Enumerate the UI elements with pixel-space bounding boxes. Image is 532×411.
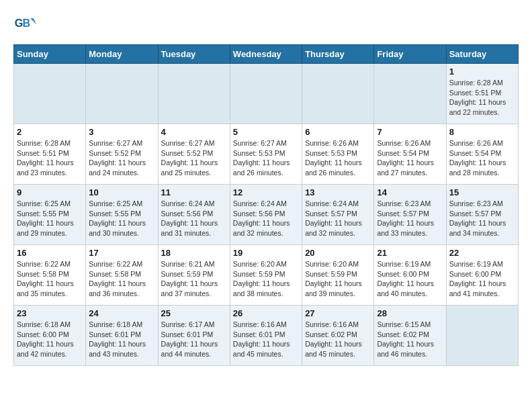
day-info: Sunrise: 6:27 AM Sunset: 5:52 PM Dayligh… (161, 138, 227, 178)
day-info: Sunrise: 6:23 AM Sunset: 5:57 PM Dayligh… (377, 199, 443, 238)
day-info: Sunrise: 6:23 AM Sunset: 5:57 PM Dayligh… (449, 199, 515, 238)
day-info: Sunrise: 6:19 AM Sunset: 6:00 PM Dayligh… (449, 259, 515, 299)
day-info: Sunrise: 6:24 AM Sunset: 5:56 PM Dayligh… (161, 199, 227, 238)
day-info: Sunrise: 6:19 AM Sunset: 6:00 PM Dayligh… (377, 259, 443, 299)
day-number: 16 (17, 248, 83, 258)
calendar-day-header: Saturday (446, 45, 518, 64)
calendar-day-cell: 25Sunrise: 6:17 AM Sunset: 6:01 PM Dayli… (158, 306, 230, 366)
day-info: Sunrise: 6:22 AM Sunset: 5:58 PM Dayligh… (89, 259, 154, 299)
day-number: 28 (377, 308, 443, 318)
calendar-week-row: 23Sunrise: 6:18 AM Sunset: 6:00 PM Dayli… (14, 306, 519, 366)
page-header: G B (13, 13, 519, 38)
day-number: 22 (449, 248, 515, 258)
day-number: 21 (377, 248, 443, 258)
day-number: 13 (305, 187, 371, 197)
day-number: 18 (161, 248, 227, 258)
calendar-day-cell: 24Sunrise: 6:18 AM Sunset: 6:01 PM Dayli… (86, 306, 158, 366)
day-number: 11 (161, 187, 227, 197)
logo-icon: G B (13, 13, 38, 38)
calendar-day-cell: 17Sunrise: 6:22 AM Sunset: 5:58 PM Dayli… (86, 245, 158, 306)
day-number: 19 (233, 248, 299, 258)
day-info: Sunrise: 6:28 AM Sunset: 5:51 PM Dayligh… (449, 78, 515, 118)
calendar-day-cell: 15Sunrise: 6:23 AM Sunset: 5:57 PM Dayli… (446, 185, 518, 245)
day-number: 24 (89, 308, 154, 318)
calendar-day-cell: 23Sunrise: 6:18 AM Sunset: 6:00 PM Dayli… (14, 306, 86, 366)
calendar-day-cell: 27Sunrise: 6:16 AM Sunset: 6:02 PM Dayli… (302, 306, 374, 366)
day-info: Sunrise: 6:26 AM Sunset: 5:54 PM Dayligh… (377, 138, 443, 178)
day-number: 14 (377, 187, 443, 197)
calendar-table: SundayMondayTuesdayWednesdayThursdayFrid… (13, 44, 519, 366)
calendar-day-cell: 26Sunrise: 6:16 AM Sunset: 6:01 PM Dayli… (230, 306, 302, 366)
day-number: 10 (89, 187, 154, 197)
calendar-week-row: 1Sunrise: 6:28 AM Sunset: 5:51 PM Daylig… (14, 64, 519, 124)
day-number: 23 (17, 308, 83, 318)
calendar-day-cell: 5Sunrise: 6:27 AM Sunset: 5:53 PM Daylig… (230, 124, 302, 185)
day-info: Sunrise: 6:16 AM Sunset: 6:01 PM Dayligh… (233, 320, 299, 359)
calendar-week-row: 2Sunrise: 6:28 AM Sunset: 5:51 PM Daylig… (14, 124, 519, 185)
day-number: 8 (449, 127, 515, 137)
calendar-day-cell: 20Sunrise: 6:20 AM Sunset: 5:59 PM Dayli… (302, 245, 374, 306)
calendar-day-header: Thursday (302, 45, 374, 64)
calendar-empty-cell (374, 64, 446, 124)
day-number: 26 (233, 308, 299, 318)
calendar-empty-cell (230, 64, 302, 124)
calendar-day-cell: 4Sunrise: 6:27 AM Sunset: 5:52 PM Daylig… (158, 124, 230, 185)
calendar-day-cell: 10Sunrise: 6:25 AM Sunset: 5:55 PM Dayli… (86, 185, 158, 245)
day-number: 3 (89, 127, 154, 137)
calendar-day-cell: 2Sunrise: 6:28 AM Sunset: 5:51 PM Daylig… (14, 124, 86, 185)
calendar-day-cell: 1Sunrise: 6:28 AM Sunset: 5:51 PM Daylig… (446, 64, 518, 124)
calendar-day-cell: 12Sunrise: 6:24 AM Sunset: 5:56 PM Dayli… (230, 185, 302, 245)
day-number: 2 (17, 127, 83, 137)
calendar-day-cell: 14Sunrise: 6:23 AM Sunset: 5:57 PM Dayli… (374, 185, 446, 245)
calendar-empty-cell (302, 64, 374, 124)
day-number: 25 (161, 308, 227, 318)
calendar-day-cell: 7Sunrise: 6:26 AM Sunset: 5:54 PM Daylig… (374, 124, 446, 185)
day-info: Sunrise: 6:15 AM Sunset: 6:02 PM Dayligh… (377, 320, 443, 359)
calendar-day-header: Friday (374, 45, 446, 64)
day-info: Sunrise: 6:18 AM Sunset: 6:00 PM Dayligh… (17, 320, 83, 359)
calendar-day-header: Sunday (14, 45, 86, 64)
calendar-day-cell: 6Sunrise: 6:26 AM Sunset: 5:53 PM Daylig… (302, 124, 374, 185)
day-number: 27 (305, 308, 371, 318)
calendar-week-row: 9Sunrise: 6:25 AM Sunset: 5:55 PM Daylig… (14, 185, 519, 245)
calendar-day-cell: 11Sunrise: 6:24 AM Sunset: 5:56 PM Dayli… (158, 185, 230, 245)
day-info: Sunrise: 6:27 AM Sunset: 5:52 PM Dayligh… (89, 138, 154, 178)
day-info: Sunrise: 6:26 AM Sunset: 5:54 PM Dayligh… (449, 138, 515, 178)
day-number: 20 (305, 248, 371, 258)
calendar-header-row: SundayMondayTuesdayWednesdayThursdayFrid… (14, 45, 519, 64)
calendar-day-cell: 18Sunrise: 6:21 AM Sunset: 5:59 PM Dayli… (158, 245, 230, 306)
day-number: 12 (233, 187, 299, 197)
day-number: 5 (233, 127, 299, 137)
day-info: Sunrise: 6:27 AM Sunset: 5:53 PM Dayligh… (233, 138, 299, 178)
day-number: 17 (89, 248, 154, 258)
day-info: Sunrise: 6:18 AM Sunset: 6:01 PM Dayligh… (89, 320, 154, 359)
calendar-day-cell: 19Sunrise: 6:20 AM Sunset: 5:59 PM Dayli… (230, 245, 302, 306)
svg-text:B: B (23, 17, 31, 29)
day-info: Sunrise: 6:25 AM Sunset: 5:55 PM Dayligh… (17, 199, 83, 238)
calendar-day-cell: 9Sunrise: 6:25 AM Sunset: 5:55 PM Daylig… (14, 185, 86, 245)
calendar-day-cell: 8Sunrise: 6:26 AM Sunset: 5:54 PM Daylig… (446, 124, 518, 185)
day-info: Sunrise: 6:24 AM Sunset: 5:57 PM Dayligh… (305, 199, 371, 238)
calendar-empty-cell (86, 64, 158, 124)
calendar-empty-cell (158, 64, 230, 124)
day-info: Sunrise: 6:22 AM Sunset: 5:58 PM Dayligh… (17, 259, 83, 299)
calendar-day-cell: 28Sunrise: 6:15 AM Sunset: 6:02 PM Dayli… (374, 306, 446, 366)
day-info: Sunrise: 6:17 AM Sunset: 6:01 PM Dayligh… (161, 320, 227, 359)
day-info: Sunrise: 6:25 AM Sunset: 5:55 PM Dayligh… (89, 199, 154, 238)
calendar-day-header: Wednesday (230, 45, 302, 64)
calendar-day-cell: 22Sunrise: 6:19 AM Sunset: 6:00 PM Dayli… (446, 245, 518, 306)
calendar-day-cell: 13Sunrise: 6:24 AM Sunset: 5:57 PM Dayli… (302, 185, 374, 245)
calendar-day-cell: 3Sunrise: 6:27 AM Sunset: 5:52 PM Daylig… (86, 124, 158, 185)
day-info: Sunrise: 6:26 AM Sunset: 5:53 PM Dayligh… (305, 138, 371, 178)
day-info: Sunrise: 6:20 AM Sunset: 5:59 PM Dayligh… (233, 259, 299, 299)
day-number: 1 (449, 66, 515, 77)
calendar-day-cell: 16Sunrise: 6:22 AM Sunset: 5:58 PM Dayli… (14, 245, 86, 306)
day-info: Sunrise: 6:24 AM Sunset: 5:56 PM Dayligh… (233, 199, 299, 238)
day-number: 9 (17, 187, 83, 197)
calendar-empty-cell (14, 64, 86, 124)
day-number: 15 (449, 187, 515, 197)
day-number: 6 (305, 127, 371, 137)
day-info: Sunrise: 6:20 AM Sunset: 5:59 PM Dayligh… (305, 259, 371, 299)
calendar-day-cell: 21Sunrise: 6:19 AM Sunset: 6:00 PM Dayli… (374, 245, 446, 306)
calendar-empty-cell (446, 306, 518, 366)
